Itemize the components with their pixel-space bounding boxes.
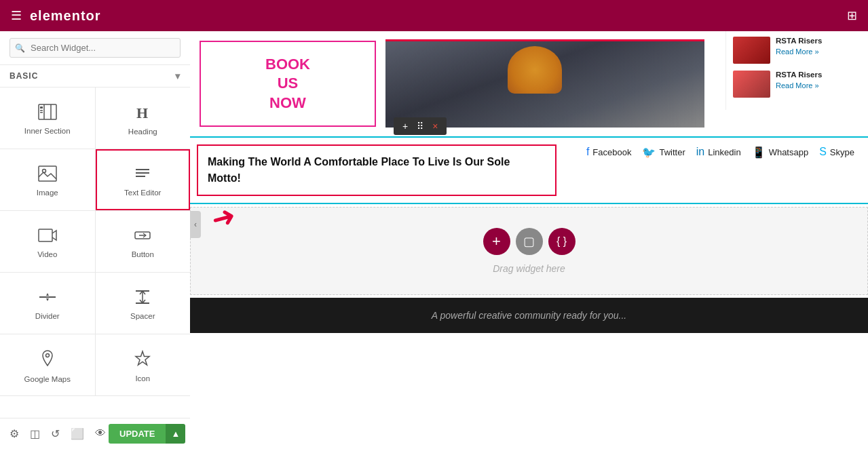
basic-chevron-icon: ▾	[175, 71, 181, 81]
element-toolbar: + ⠿ ×	[394, 117, 447, 135]
top-bar-left: ☰ elementor	[11, 8, 101, 24]
social-links-col: f Facebook 🐦 Twitter in Linkedin 📱 Whats…	[563, 138, 868, 203]
svg-rect-5	[40, 112, 43, 113]
icon-widget-label: Icon	[135, 374, 150, 383]
hamburger-icon[interactable]: ☰	[11, 8, 22, 23]
facebook-icon: f	[586, 146, 589, 158]
add-widget-button[interactable]: +	[483, 228, 510, 255]
whatsapp-label: Whatsapp	[769, 147, 809, 157]
update-button[interactable]: UPDATE	[109, 424, 166, 444]
footer-text: A powerful creative community ready for …	[432, 310, 626, 321]
twitter-icon: 🐦	[642, 146, 656, 159]
post-thumb-2	[733, 71, 770, 98]
collapse-handle[interactable]: ‹	[190, 211, 201, 238]
bottom-bar-icons: ⚙ ◫ ↺ ⬜ 👁	[7, 425, 109, 443]
social-item-whatsapp[interactable]: 📱 Whatsapp	[752, 146, 809, 159]
settings-icon[interactable]: ⚙	[7, 425, 22, 443]
top-bar: ☰ elementor ⊞	[0, 0, 868, 31]
inner-section-icon	[38, 104, 57, 123]
top-bar-right: ⊞	[847, 8, 857, 23]
social-item-facebook[interactable]: f Facebook	[586, 146, 632, 158]
linkedin-icon: in	[696, 146, 704, 158]
bottom-bar: ⚙ ◫ ↺ ⬜ 👁 UPDATE ▲	[0, 418, 190, 449]
drop-zone-text: Drag widget here	[493, 263, 565, 274]
widget-image[interactable]: Image	[0, 149, 95, 210]
widget-heading[interactable]: H Heading	[96, 87, 191, 149]
update-arrow-button[interactable]: ▲	[166, 424, 185, 444]
widget-button[interactable]: Button	[96, 211, 191, 272]
widgets-grid: Inner Section H Heading Image	[0, 87, 190, 396]
svg-marker-17	[46, 298, 49, 301]
post-item-1: RSTA Risers Read More »	[733, 37, 861, 64]
skype-label: Skype	[830, 147, 854, 157]
drop-zone-buttons: + ▢ { }	[483, 228, 575, 255]
hero-image	[385, 39, 704, 128]
post-title-1: RSTA Risers	[776, 37, 822, 45]
svg-rect-3	[40, 106, 43, 109]
svg-text:H: H	[136, 104, 148, 121]
social-item-twitter[interactable]: 🐦 Twitter	[642, 146, 685, 159]
social-item-skype[interactable]: S Skype	[819, 146, 854, 158]
toolbar-close-button[interactable]: ×	[429, 119, 441, 133]
history-icon[interactable]: ↺	[48, 425, 62, 443]
drop-zone: + ▢ { } Drag widget here	[190, 207, 868, 295]
post-readmore-2[interactable]: Read More »	[776, 81, 819, 90]
spacer-label: Spacer	[130, 312, 155, 320]
social-item-linkedin[interactable]: in Linkedin	[696, 146, 741, 158]
widget-video[interactable]: Video	[0, 211, 95, 272]
icon-widget-icon	[134, 350, 151, 370]
svg-point-21	[45, 354, 49, 357]
post-item-2: RSTA Risers Read More »	[733, 71, 861, 98]
twitter-label: Twitter	[659, 147, 685, 157]
inner-section-label: Inner Section	[24, 127, 71, 135]
svg-rect-4	[40, 110, 43, 111]
video-icon	[38, 227, 57, 246]
layers-icon[interactable]: ◫	[27, 425, 43, 443]
book-us-text: BOOKUSNOW	[265, 55, 310, 113]
google-maps-icon	[39, 349, 56, 371]
sidebar: BASIC ▾ Inner Section H	[0, 31, 190, 449]
dark-footer: A powerful creative community ready for …	[190, 298, 868, 333]
motto-block: Making The World A Comfortable Place To …	[197, 144, 556, 196]
toolbar-move-button[interactable]: ⠿	[413, 119, 427, 133]
post-thumb-1	[733, 37, 770, 64]
heading-label: Heading	[128, 128, 157, 136]
widget-text-editor[interactable]: Text Editor	[96, 149, 191, 210]
code-button[interactable]: { }	[548, 228, 575, 255]
divider-icon	[38, 289, 57, 308]
divider-label: Divider	[35, 312, 60, 320]
widget-google-maps[interactable]: Google Maps	[0, 334, 95, 395]
widget-divider[interactable]: Divider	[0, 273, 95, 334]
book-us-block: BOOKUSNOW	[200, 41, 376, 127]
update-button-group: UPDATE ▲	[109, 424, 185, 444]
preview-icon[interactable]: 👁	[92, 425, 109, 443]
button-label: Button	[132, 250, 154, 258]
widget-inner-section[interactable]: Inner Section	[0, 87, 95, 149]
widget-spacer[interactable]: Spacer	[96, 273, 191, 334]
search-input[interactable]	[10, 38, 181, 58]
widget-icon[interactable]: Icon	[96, 334, 191, 395]
grid-icon[interactable]: ⊞	[847, 8, 857, 23]
google-maps-label: Google Maps	[24, 375, 71, 383]
elementor-logo: elementor	[30, 8, 101, 24]
linkedin-label: Linkedin	[708, 147, 740, 157]
post-info-2: RSTA Risers Read More »	[776, 71, 822, 91]
canvas-inner: BOOKUSNOW	[190, 31, 868, 449]
motto-text: Making The World A Comfortable Place To …	[208, 154, 546, 187]
text-editor-icon	[133, 165, 152, 184]
whatsapp-icon: 📱	[752, 146, 766, 159]
svg-rect-12	[39, 229, 52, 241]
responsive-icon[interactable]: ⬜	[68, 425, 87, 443]
middle-section: + ⠿ × Making The World A Comfortable Pla…	[190, 136, 868, 204]
canvas: BOOKUSNOW	[190, 31, 868, 449]
text-editor-label: Text Editor	[124, 189, 161, 197]
toolbar-add-button[interactable]: +	[399, 119, 411, 133]
template-button[interactable]: ▢	[516, 228, 543, 255]
post-readmore-1[interactable]: Read More »	[776, 47, 819, 56]
svg-marker-16	[46, 293, 49, 296]
content-row: Making The World A Comfortable Place To …	[190, 138, 868, 203]
right-posts-col: RSTA Risers Read More » RSTA Risers Read…	[725, 31, 868, 110]
post-info-1: RSTA Risers Read More »	[776, 37, 822, 57]
heading-icon: H	[134, 103, 151, 123]
basic-section-header[interactable]: BASIC ▾	[0, 65, 190, 87]
